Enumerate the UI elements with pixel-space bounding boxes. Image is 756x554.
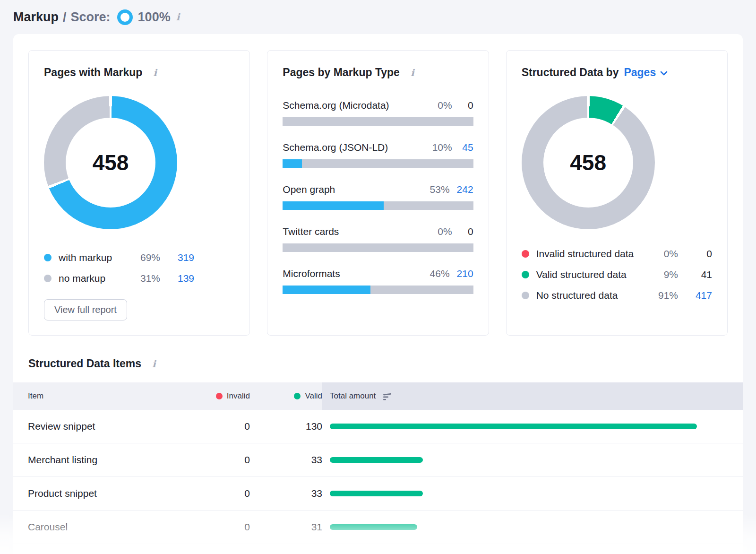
column-header-invalid: Invalid [194, 391, 250, 401]
legend-value: 41 [685, 269, 712, 280]
view-full-report-button[interactable]: View full report [44, 299, 127, 320]
legend-item: Valid structured data 9% 41 [522, 264, 712, 285]
progress-bar [283, 286, 473, 294]
chevron-down-icon[interactable] [660, 71, 668, 76]
table-header: Item Invalid Valid Total amount [13, 382, 743, 410]
invalid-dot-icon [522, 250, 529, 258]
total-amount-bar-track [330, 524, 697, 530]
item-name: Review snippet [13, 421, 194, 432]
card-structured-data-by-pages: Structured Data by Pages 458 Invalid str… [506, 50, 728, 336]
markup-type-row: Schema.org (Microdata) 0% 0 [283, 100, 473, 126]
legend-value-link[interactable]: 417 [685, 290, 712, 301]
markup-type-percent: 10% [432, 142, 452, 153]
card-title-pages-by-markup-type: Pages by Markup Type i [283, 66, 473, 80]
table-row: Merchant listing 0 33 [13, 443, 743, 477]
info-icon[interactable]: i [152, 359, 156, 369]
legend-value-link[interactable]: 139 [167, 273, 194, 284]
column-header-total-label: Total amount [330, 391, 376, 401]
donut-total-value: 458 [570, 150, 606, 175]
markup-type-row: Open graph 53% 242 [283, 184, 473, 210]
donut-center: 458 [66, 118, 155, 208]
card-title-pages-with-markup: Pages with Markup i [44, 66, 234, 80]
column-header-invalid-label: Invalid [227, 391, 250, 401]
table-row: Product snippet 0 33 [13, 477, 743, 511]
legend-percent: 31% [131, 273, 160, 284]
markup-type-value: 0 [459, 100, 473, 111]
column-header-valid: Valid [250, 391, 322, 401]
invalid-count: 0 [194, 421, 250, 432]
markup-type-label: Schema.org (JSON-LD) [283, 142, 432, 153]
score-ring-icon [117, 9, 133, 25]
legend-percent: 9% [649, 269, 678, 280]
markup-type-percent: 46% [430, 268, 450, 279]
table-row: Carousel 0 31 [13, 511, 743, 544]
table-row: Review snippet 0 130 [13, 410, 743, 443]
card-title-text: Pages with Markup [44, 66, 142, 80]
score-label: Score: [71, 10, 111, 25]
info-icon[interactable]: i [153, 68, 157, 78]
total-amount-bar-track [330, 424, 697, 429]
progress-bar [283, 243, 473, 252]
legend-label: Invalid structured data [536, 248, 649, 260]
card-pages-by-markup-type: Pages by Markup Type i Schema.org (Micro… [267, 50, 489, 336]
page-header: Markup / Score: 100% i [0, 0, 756, 26]
progress-fill [283, 286, 370, 294]
legend-item: Invalid structured data 0% 0 [522, 243, 712, 264]
info-icon[interactable]: i [411, 68, 414, 78]
structured-data-legend: Invalid structured data 0% 0 Valid struc… [522, 243, 712, 306]
markup-type-row: Twitter cards 0% 0 [283, 226, 473, 252]
total-amount-bar-track [330, 491, 697, 496]
with-markup-dot-icon [44, 254, 52, 261]
legend-value-link[interactable]: 319 [167, 252, 194, 263]
markup-type-value-link[interactable]: 45 [459, 142, 473, 153]
item-name: Product snippet [13, 488, 194, 499]
invalid-count: 0 [194, 454, 250, 466]
valid-dot-icon [522, 271, 529, 278]
summary-cards-row: Pages with Markup i 458 with markup 69% … [13, 34, 743, 336]
legend-label: Valid structured data [536, 269, 649, 280]
structured-data-donut-chart: 458 [522, 96, 655, 229]
legend-label: with markup [59, 252, 131, 263]
legend-percent: 69% [131, 252, 160, 263]
no-data-dot-icon [522, 292, 529, 299]
total-amount-bar [330, 491, 423, 496]
valid-count: 130 [250, 421, 322, 432]
valid-count: 33 [250, 454, 322, 466]
card-title-text: Pages by Markup Type [283, 66, 400, 80]
card-title-text: Structured Data by [522, 66, 619, 80]
invalid-count: 0 [194, 488, 250, 499]
item-name: Carousel [13, 521, 194, 533]
donut-total-value: 458 [93, 150, 129, 175]
legend-percent: 91% [649, 290, 678, 301]
card-title-structured-data: Structured Data by Pages [522, 66, 712, 80]
pages-with-markup-legend: with markup 69% 319 no markup 31% 139 [44, 247, 194, 289]
total-amount-bar [330, 524, 417, 530]
no-markup-dot-icon [44, 275, 52, 282]
score-info-icon[interactable]: i [176, 12, 180, 22]
total-amount-bar-track [330, 457, 697, 463]
legend-item: no markup 31% 139 [44, 268, 194, 289]
page-title: Markup [13, 10, 59, 25]
invalid-count: 0 [194, 521, 250, 533]
card-pages-with-markup: Pages with Markup i 458 with markup 69% … [28, 50, 250, 336]
markup-type-percent: 0% [438, 100, 452, 111]
valid-count: 31 [250, 521, 322, 533]
column-header-valid-label: Valid [305, 391, 322, 401]
pages-selector[interactable]: Pages [624, 66, 656, 80]
markup-type-value-link[interactable]: 242 [457, 184, 473, 195]
progress-bar [283, 159, 473, 168]
sort-descending-icon[interactable] [382, 393, 392, 400]
title-separator: / [63, 10, 67, 25]
markup-type-list: Schema.org (Microdata) 0% 0 Schema.org (… [283, 100, 473, 294]
score-value: 100% [138, 10, 171, 25]
markup-type-label: Schema.org (Microdata) [283, 100, 438, 111]
legend-item: No structured data 91% 417 [522, 285, 712, 306]
legend-percent: 0% [649, 248, 678, 260]
legend-label: no markup [59, 273, 131, 284]
markup-type-percent: 0% [438, 226, 452, 237]
column-header-total-amount[interactable]: Total amount [322, 382, 743, 410]
structured-data-items-table: Item Invalid Valid Total amount Review s… [13, 382, 743, 544]
markup-type-label: Microformats [283, 268, 430, 279]
structured-data-items-heading: Structured Data Items i [28, 357, 728, 370]
markup-type-value-link[interactable]: 210 [457, 268, 473, 279]
